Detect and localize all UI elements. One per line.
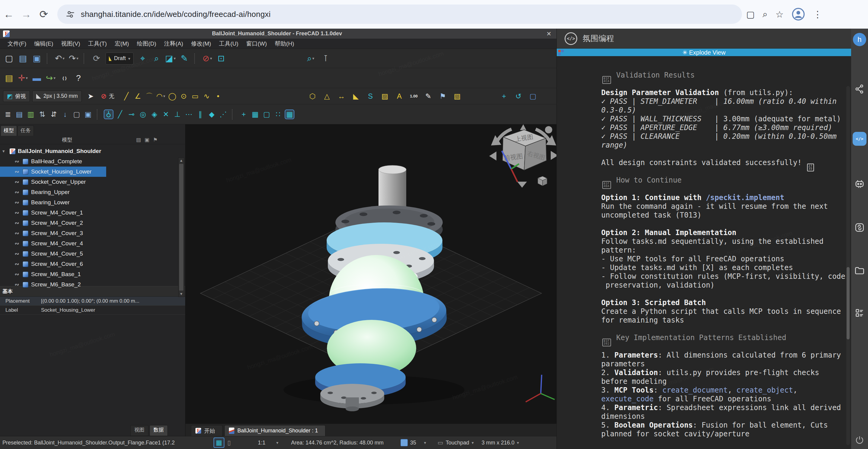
explode-view-banner[interactable]: ✳ Explode View	[557, 49, 851, 56]
menu-item[interactable]: 注释(A)	[160, 39, 187, 49]
draft-fillet-icon[interactable]: ⌒	[145, 91, 154, 101]
visibility-icon[interactable]: ∾	[14, 240, 20, 247]
browser-menu-icon[interactable]: ⋮	[813, 9, 822, 20]
snap-perpendicular-icon[interactable]: ⊥	[173, 110, 182, 119]
back-icon[interactable]: ←	[0, 8, 18, 20]
visibility-icon[interactable]: ∾	[14, 169, 20, 175]
open-document-icon[interactable]: ▤	[17, 53, 29, 65]
refresh-view-icon[interactable]: ⌕	[305, 53, 317, 65]
menu-item[interactable]: 视图(V)	[57, 39, 84, 49]
redo-icon[interactable]: ↷	[67, 53, 80, 65]
snap-dimensions-icon[interactable]: ∷	[273, 110, 283, 119]
draft-polygon-icon[interactable]: ⬡	[308, 91, 317, 101]
box-selection-icon[interactable]: ⊡	[215, 53, 227, 65]
layers-icon[interactable]: ≣	[3, 110, 13, 119]
sketch-view-icon[interactable]: ✎	[178, 53, 190, 65]
toggle-grid-icon[interactable]: ▦	[285, 110, 294, 119]
move-to-group-icon[interactable]: ↪	[44, 72, 57, 84]
scrollbar-thumb[interactable]	[179, 164, 183, 291]
tree-item[interactable]: ∾ Socket_Cover_Upper	[0, 177, 106, 187]
tree-item[interactable]: ∾ Screw_M4_Cover_4	[0, 238, 106, 249]
zoom-selection-icon[interactable]: ⌕	[151, 53, 162, 65]
visibility-icon[interactable]: ∾	[14, 179, 20, 185]
menu-item[interactable]: 工具(T)	[84, 39, 111, 49]
document-tab[interactable]: F BallJoint_Humanoid_Shoulder : 1	[224, 425, 326, 436]
tree-item[interactable]: ∾ Screw_M4_Cover_3	[0, 228, 106, 238]
power-icon[interactable]	[855, 435, 864, 445]
move-icon[interactable]: +	[499, 91, 509, 101]
menu-item[interactable]: 工具(U)	[215, 39, 242, 49]
link-icon[interactable]	[855, 222, 865, 233]
ai-chat-content[interactable]: 01F4CA Validation Results Design Paramet…	[557, 54, 851, 446]
updown-icon[interactable]: ⇅	[37, 110, 47, 119]
select-group-icon[interactable]: ▥	[26, 110, 36, 119]
heads-up-cursor-icon[interactable]: ➤	[86, 91, 96, 101]
new-layer-icon[interactable]: ▤	[14, 110, 24, 119]
navigation-style-selector[interactable]: ▭ Touchpad ▾	[438, 439, 474, 446]
tree-item[interactable]: ∾ Screw_M4_Cover_5	[0, 249, 106, 259]
combo-view-tab[interactable]: 任务	[18, 125, 34, 136]
combo-view-tab[interactable]: 模型	[1, 125, 17, 136]
draft-label-icon[interactable]: ⚑	[438, 91, 447, 101]
property-value[interactable]: [(0.00 0.00 1.00); 0.00°; (0.00 mm 0.00 …	[41, 298, 178, 304]
draft-text-icon[interactable]: A	[395, 91, 404, 101]
snap-grid-icon[interactable]: ▦	[250, 110, 260, 119]
document-tab[interactable]: F 开始	[191, 425, 223, 436]
draft-line-icon[interactable]: ╱	[122, 91, 131, 101]
reload-icon[interactable]: ⟳	[35, 8, 53, 20]
robot-icon[interactable]	[854, 178, 865, 189]
side-panel-icon[interactable]: ▢	[746, 9, 754, 20]
menu-item[interactable]: 窗口(W)	[242, 39, 271, 49]
save-icon[interactable]: ▣	[31, 53, 43, 65]
working-plane-icon[interactable]: ✛	[17, 72, 29, 84]
draft-hatch-icon[interactable]: ▨	[380, 91, 390, 101]
tree-item[interactable]: ∾ Bearing_Lower	[0, 197, 106, 208]
new-document-icon[interactable]: ▢	[3, 53, 15, 65]
snap-endpoint-icon[interactable]: ╱	[115, 110, 125, 119]
snap-center-icon[interactable]: ◎	[138, 110, 148, 119]
mirror-docs-icon[interactable]: ▣	[83, 110, 93, 119]
draft-annotation-icon[interactable]: ✎	[424, 91, 433, 101]
3d-viewport[interactable]: 上视图 前视图 右视图	[185, 124, 556, 424]
dimension-selector[interactable]: 3 mm x 216.0 ▾	[482, 440, 519, 446]
visibility-icon[interactable]: ∾	[14, 261, 20, 267]
draft-point-icon[interactable]: •	[213, 91, 223, 101]
draft-bspline-icon[interactable]: ∿	[202, 91, 211, 101]
draft-utilities-icon[interactable]: ▤	[3, 72, 15, 84]
fit-all-icon[interactable]: ⌖	[136, 53, 149, 65]
expression-icon[interactable]: { }	[59, 72, 70, 84]
clipping-icon[interactable]: ⊘	[201, 53, 213, 65]
property-value[interactable]: Socket_Housing_Lower	[41, 307, 178, 313]
menu-item[interactable]: 绘图(D)	[133, 39, 160, 49]
visibility-icon[interactable]: ∾	[14, 220, 20, 226]
menu-item[interactable]: 编辑(E)	[30, 39, 57, 49]
menu-item[interactable]: 帮助(H)	[271, 39, 298, 49]
visibility-icon[interactable]: ∾	[14, 158, 20, 165]
workbench-selector[interactable]: Draft ▾	[105, 53, 134, 65]
snap-ortho-icon[interactable]: +	[239, 110, 249, 119]
refresh-icon[interactable]: ⟳	[91, 53, 102, 65]
window-close-icon[interactable]: ✕	[545, 30, 553, 37]
snap-near-icon[interactable]: ⋰	[218, 110, 228, 119]
draft-dimension-icon[interactable]: ↔	[337, 91, 346, 101]
visibility-icon[interactable]: ∾	[14, 230, 20, 237]
dashboard-list-icon[interactable]	[855, 308, 865, 318]
scroll-down-icon[interactable]: ▼	[180, 291, 183, 297]
rotate-icon[interactable]: ↺	[514, 91, 523, 101]
measure-icon[interactable]: ⊺	[320, 53, 332, 65]
tree-item[interactable]: ∾ BallHead_Complete	[0, 156, 106, 167]
draft-circle-icon[interactable]: ◯	[167, 91, 177, 101]
visibility-icon[interactable]: ∾	[14, 271, 20, 278]
visibility-icon[interactable]: ∾	[14, 189, 20, 196]
visibility-icon[interactable]: ∾	[14, 199, 20, 206]
visibility-icon[interactable]: ∾	[14, 250, 20, 257]
snap-special-icon[interactable]: ◆	[207, 110, 217, 119]
visibility-icon[interactable]: ∾	[14, 281, 20, 288]
line-style-button[interactable]: 2px | 3.50 mm	[32, 91, 82, 102]
share-icon[interactable]	[855, 84, 865, 94]
property-row[interactable]: Placement [(0.00 0.00 1.00); 0.00°; (0.0…	[0, 297, 185, 306]
scale-icon[interactable]: ▢	[528, 91, 538, 101]
layer-selector[interactable]: 35 ▾	[401, 439, 426, 446]
snap-lock-icon[interactable]: ⚲	[104, 110, 114, 119]
scrollbar-thumb[interactable]	[846, 267, 849, 339]
